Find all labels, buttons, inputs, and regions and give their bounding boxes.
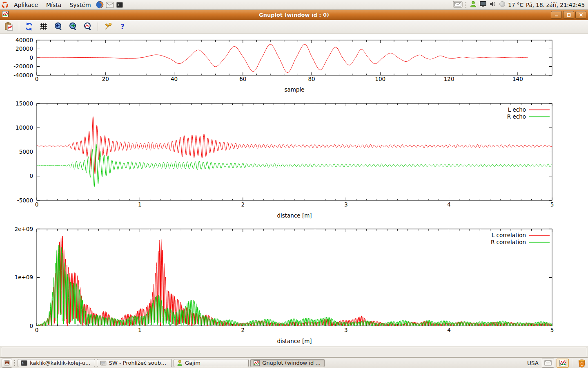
tray-handle[interactable] <box>465 2 467 8</box>
svg-text:120: 120 <box>444 76 454 82</box>
zoom-previous-icon[interactable] <box>53 22 63 31</box>
svg-text:0: 0 <box>29 322 33 329</box>
svg-text:distance [m]: distance [m] <box>277 338 312 344</box>
toolbar: ? <box>0 20 588 34</box>
display-icon[interactable] <box>479 1 487 9</box>
mail-tray-icon[interactable] <box>542 359 554 368</box>
mail-launcher-icon[interactable] <box>105 0 115 10</box>
gajim-icon <box>177 360 183 366</box>
svg-text:1: 1 <box>138 327 142 333</box>
menu-places-label: Místa <box>46 2 61 8</box>
svg-text:100: 100 <box>375 76 385 82</box>
svg-text:1e+09: 1e+09 <box>15 274 33 280</box>
svg-text:?: ? <box>120 22 125 31</box>
mail-notification-icon[interactable] <box>453 1 463 9</box>
menu-system-label: Systém <box>69 2 91 8</box>
firefox-icon[interactable] <box>95 0 105 10</box>
top-panel-tray: 17 °C Pá, 18. září, 21:42:45 <box>453 0 588 9</box>
svg-text:5: 5 <box>550 327 554 333</box>
gnuplot-plots: 020406080100120140-40000-200000200004000… <box>0 34 588 347</box>
svg-text:2: 2 <box>241 327 245 333</box>
desktop: Aplikace Místa Systém <box>0 0 588 368</box>
svg-text:5: 5 <box>550 201 554 208</box>
taskbar-button-file-manager[interactable]: SW - Prohlížeč souborů <box>97 359 172 367</box>
svg-text:15000: 15000 <box>16 100 33 106</box>
svg-text:3: 3 <box>344 201 348 208</box>
svg-text:R echo: R echo <box>507 113 526 120</box>
svg-text:140: 140 <box>512 76 523 82</box>
replot-icon[interactable] <box>24 22 34 31</box>
svg-text:20: 20 <box>102 76 109 82</box>
svg-text:4: 4 <box>447 327 451 333</box>
maximize-button[interactable] <box>563 11 574 19</box>
terminal-icon <box>21 360 27 366</box>
gnuplot-window: Gnuplot (window id : 0) <box>0 10 588 357</box>
taskbar-button-label: kaklik@kaklik-kolej-u... <box>30 360 90 366</box>
menu-applications-label: Aplikace <box>14 2 38 8</box>
svg-text:0: 0 <box>29 173 33 179</box>
plot-window-tray-icon[interactable] <box>557 359 569 368</box>
terminal-launcher-icon[interactable] <box>115 0 125 10</box>
trash-icon[interactable] <box>577 359 586 368</box>
tasklist-handle[interactable] <box>14 360 16 366</box>
svg-text:10000: 10000 <box>16 124 33 131</box>
taskbar-button-gnuplot[interactable]: Gnuplot (window id : 0) <box>250 359 325 367</box>
toggle-grid-icon[interactable] <box>39 22 49 31</box>
svg-text:0: 0 <box>29 54 33 61</box>
titlebar[interactable]: Gnuplot (window id : 0) <box>0 10 588 20</box>
show-desktop-button[interactable] <box>2 359 12 368</box>
svg-text:distance [m]: distance [m] <box>277 212 312 219</box>
close-button[interactable] <box>575 11 586 19</box>
gnome-top-panel: Aplikace Místa Systém <box>0 0 588 10</box>
taskbar-button-gajim[interactable]: Gajim <box>174 359 249 367</box>
menu-applications[interactable]: Aplikace <box>10 0 42 10</box>
volume-icon[interactable] <box>489 1 497 9</box>
window-title: Gnuplot (window id : 0) <box>0 12 588 18</box>
svg-text:60: 60 <box>239 76 246 82</box>
menu-places[interactable]: Místa <box>42 0 65 10</box>
svg-text:2e+09: 2e+09 <box>15 225 33 232</box>
weather-icon[interactable] <box>499 1 506 9</box>
svg-text:3: 3 <box>344 327 348 333</box>
svg-text:0: 0 <box>35 201 39 208</box>
svg-text:2: 2 <box>241 201 245 208</box>
svg-text:-5000: -5000 <box>17 197 33 203</box>
clock-label[interactable]: Pá, 18. září, 21:42:45 <box>526 2 585 8</box>
configure-icon[interactable] <box>103 22 113 31</box>
svg-text:80: 80 <box>308 76 315 82</box>
statusbar <box>0 346 588 357</box>
ubuntu-logo-icon[interactable] <box>0 0 10 10</box>
taskbar-button-terminal[interactable]: kaklik@kaklik-kolej-u... <box>18 359 95 367</box>
copy-to-clipboard-icon[interactable] <box>4 22 14 31</box>
gnome-bottom-panel: kaklik@kaklik-kolej-u... SW - Prohlížeč … <box>0 357 588 368</box>
svg-text:-40000: -40000 <box>13 72 33 78</box>
taskbar-button-label: Gajim <box>185 360 200 366</box>
gnuplot-icon <box>254 360 260 366</box>
temperature-label[interactable]: 17 °C <box>508 2 523 8</box>
svg-text:0: 0 <box>35 327 39 333</box>
svg-text:0: 0 <box>35 76 39 82</box>
svg-text:L correlation: L correlation <box>492 232 526 238</box>
menu-system[interactable]: Systém <box>65 0 95 10</box>
plot-canvas[interactable]: 020406080100120140-40000-200000200004000… <box>0 34 588 346</box>
help-icon[interactable]: ? <box>118 22 127 31</box>
minimize-button[interactable] <box>551 11 562 19</box>
keyboard-layout-indicator[interactable]: USA <box>527 360 539 366</box>
svg-text:L echo: L echo <box>508 106 526 113</box>
taskbar-button-label: SW - Prohlížeč souborů <box>109 360 169 366</box>
svg-text:1: 1 <box>138 201 142 208</box>
zoom-next-icon[interactable] <box>68 22 78 31</box>
svg-text:-20000: -20000 <box>13 63 33 70</box>
taskbar-button-label: Gnuplot (window id : 0) <box>262 360 321 366</box>
svg-text:R correlation: R correlation <box>491 239 526 245</box>
svg-text:sample: sample <box>284 86 304 93</box>
svg-text:5000: 5000 <box>19 148 33 155</box>
user-switcher-icon[interactable] <box>470 0 477 9</box>
svg-text:4: 4 <box>447 201 451 208</box>
svg-text:40000: 40000 <box>16 36 33 43</box>
autoscale-icon[interactable] <box>83 22 93 31</box>
svg-text:40: 40 <box>171 76 178 82</box>
file-manager-icon <box>100 360 107 366</box>
svg-text:20000: 20000 <box>16 45 33 52</box>
